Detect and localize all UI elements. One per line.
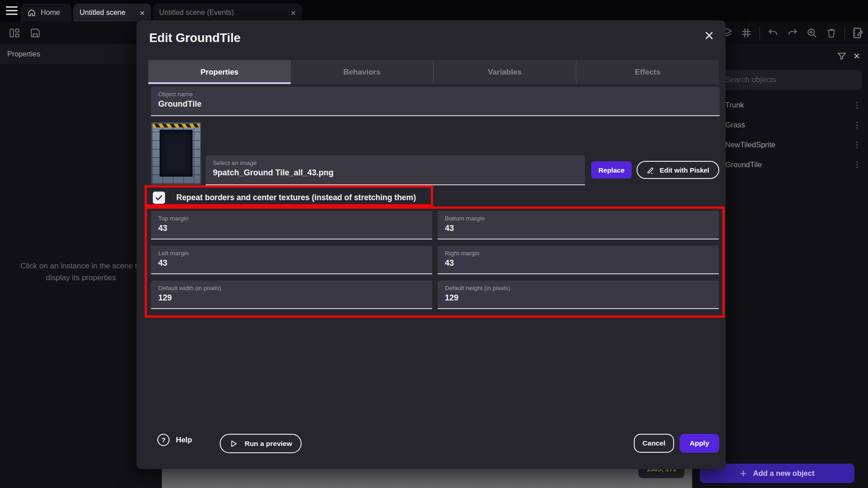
objects-panel-header-icons: × (836, 51, 860, 61)
edit-with-piskel-button[interactable]: Edit with Piskel (637, 161, 719, 179)
cancel-button[interactable]: Cancel (634, 434, 674, 453)
repeat-borders-label: Repeat borders and center textures (inst… (176, 193, 416, 202)
redo-icon[interactable] (786, 27, 799, 39)
object-name: Trunk (725, 101, 744, 109)
search-objects-input[interactable] (721, 70, 862, 90)
search-objects-field[interactable] (721, 70, 862, 90)
margins-fields-grid: Top margin 43 Bottom margin 43 Left marg… (151, 211, 719, 309)
tile-image-thumbnail (151, 122, 201, 185)
right-margin-field[interactable]: Right margin 43 (438, 246, 719, 274)
tab-home[interactable]: Home (21, 4, 71, 22)
dialog-title: Edit GroundTile (149, 31, 241, 45)
default-height-field[interactable]: Default height (in pixels) 129 (438, 281, 719, 309)
toolbar-divider (844, 26, 845, 40)
object-name-label: Object name (158, 91, 712, 98)
play-icon (229, 439, 238, 448)
hazard-stripe (153, 124, 199, 127)
edit-scene-properties-icon[interactable] (852, 27, 864, 39)
object-menu-icon[interactable]: ⋮ (853, 141, 861, 149)
default-width-field[interactable]: Default width (in pixels) 129 (151, 281, 432, 309)
close-tab-icon[interactable]: × (140, 9, 145, 17)
select-image-label: Select an image (213, 160, 578, 166)
top-bar: Home Untitled scene × Untitled scene (Ev… (0, 0, 868, 22)
object-name: GroundTile (725, 160, 762, 169)
top-margin-field[interactable]: Top margin 43 (151, 211, 432, 239)
tab-effects[interactable]: Effects (576, 60, 719, 84)
checkbox-checked-icon[interactable] (153, 192, 165, 204)
add-new-object-label: Add a new object (753, 469, 815, 478)
tab-behaviors[interactable]: Behaviors (291, 60, 434, 84)
bottom-margin-field[interactable]: Bottom margin 43 (438, 211, 719, 239)
help-icon: ? (157, 434, 170, 446)
replace-button[interactable]: Replace (591, 161, 632, 178)
repeat-borders-checkbox-row[interactable]: Repeat borders and center textures (inst… (153, 192, 416, 204)
object-menu-icon[interactable]: ⋮ (853, 101, 861, 109)
close-dialog-icon[interactable]: × (704, 28, 714, 44)
pencil-icon (646, 166, 655, 174)
object-name: NewTiledSprite (725, 141, 775, 149)
toolbar-left-group (8, 22, 42, 44)
help-label: Help (176, 436, 192, 444)
tile-center (160, 130, 193, 177)
select-image-field[interactable]: Select an image 9patch_Ground Tile_all_4… (206, 155, 585, 185)
plus-icon: + (740, 467, 747, 479)
trash-icon[interactable] (825, 27, 838, 39)
tab-home-label: Home (41, 9, 60, 17)
dialog-tabs: Properties Behaviors Variables Effects (148, 60, 719, 84)
hamburger-menu-icon[interactable] (6, 6, 18, 15)
image-filename: 9patch_Ground Tile_all_43.png (213, 168, 578, 178)
undo-icon[interactable] (767, 27, 779, 39)
grid-icon[interactable] (740, 27, 753, 39)
object-menu-icon[interactable]: ⋮ (853, 121, 861, 129)
tab-properties[interactable]: Properties (148, 60, 291, 84)
apply-button[interactable]: Apply (679, 434, 719, 453)
toolbar-right-group (721, 22, 864, 44)
edit-object-dialog: Edit GroundTile × Properties Behaviors V… (137, 20, 726, 469)
close-tab-icon[interactable]: × (291, 9, 296, 17)
tab-variables[interactable]: Variables (434, 60, 576, 84)
left-margin-field[interactable]: Left margin 43 (151, 246, 432, 274)
run-preview-button[interactable]: Run a preview (220, 434, 302, 453)
dialog-footer-left: ? Help Run a preview (157, 434, 192, 446)
zoom-in-icon[interactable] (806, 27, 818, 39)
tab-untitled-scene-events[interactable]: Untitled scene (Events) × (153, 4, 302, 22)
tab-untitled-scene-label: Untitled scene (80, 9, 125, 17)
object-name: Grass (725, 121, 745, 129)
toggle-panels-icon[interactable] (8, 27, 21, 39)
object-name-field[interactable]: Object name GroundTile (151, 87, 720, 116)
tab-untitled-scene[interactable]: Untitled scene × (73, 4, 151, 22)
object-menu-icon[interactable]: ⋮ (853, 161, 861, 169)
app-root: Home Untitled scene × Untitled scene (Ev… (0, 0, 868, 488)
close-panel-icon[interactable]: × (854, 51, 860, 61)
tab-untitled-scene-events-label: Untitled scene (Events) (159, 9, 234, 17)
help-button[interactable]: ? Help (157, 434, 192, 446)
filter-icon[interactable] (836, 51, 847, 61)
properties-panel-title: Properties (7, 50, 40, 58)
toolbar-divider (760, 26, 760, 40)
save-icon[interactable] (29, 27, 42, 39)
object-name-value: GroundTile (158, 99, 712, 109)
home-icon (27, 8, 36, 17)
